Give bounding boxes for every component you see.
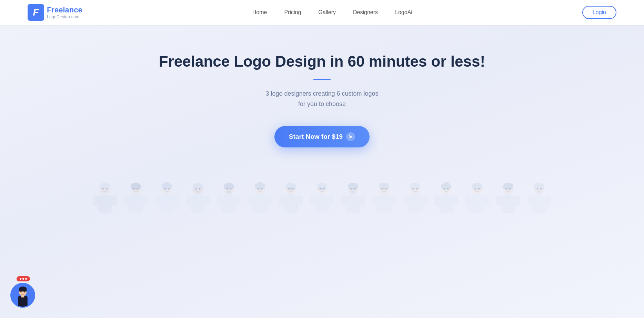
svg-rect-87 bbox=[439, 195, 453, 213]
svg-rect-20 bbox=[155, 195, 160, 206]
chat-dot-1 bbox=[20, 278, 21, 280]
person-icon bbox=[213, 182, 244, 230]
svg-rect-27 bbox=[186, 195, 191, 206]
svg-rect-43 bbox=[248, 195, 253, 206]
cta-button[interactable]: Start Now for $19 ➤ bbox=[274, 126, 370, 147]
svg-point-24 bbox=[193, 183, 203, 190]
nav-item-designers[interactable]: Designers bbox=[353, 9, 378, 16]
nav-item-pricing[interactable]: Pricing bbox=[284, 9, 301, 16]
chat-dot-3 bbox=[25, 278, 27, 280]
svg-point-32 bbox=[226, 188, 228, 190]
svg-point-34 bbox=[226, 191, 232, 194]
hero-subtitle: 3 logo designers creating 6 custom logos… bbox=[7, 88, 637, 109]
svg-point-82 bbox=[410, 183, 420, 190]
svg-rect-93 bbox=[434, 195, 440, 206]
svg-point-67 bbox=[348, 183, 358, 190]
hero-section: Freelance Logo Design in 60 minutes or l… bbox=[0, 25, 644, 318]
svg-point-2 bbox=[100, 183, 110, 190]
svg-point-106 bbox=[509, 188, 511, 190]
svg-rect-120 bbox=[18, 296, 27, 307]
navbar: F Freelance LogoDesign.com Home Pricing … bbox=[0, 0, 644, 25]
svg-point-9 bbox=[131, 183, 141, 190]
person-icon bbox=[369, 182, 400, 230]
designer-figure bbox=[369, 182, 400, 230]
logo[interactable]: F Freelance LogoDesign.com bbox=[28, 4, 82, 21]
svg-rect-63 bbox=[310, 195, 315, 206]
logo-brand: Freelance bbox=[47, 6, 82, 15]
svg-rect-45 bbox=[283, 195, 298, 213]
svg-point-99 bbox=[478, 188, 480, 190]
svg-rect-73 bbox=[376, 195, 391, 213]
svg-rect-80 bbox=[407, 195, 422, 213]
svg-rect-71 bbox=[341, 195, 346, 206]
designer-figure bbox=[120, 182, 151, 230]
svg-point-49 bbox=[292, 188, 293, 190]
svg-rect-14 bbox=[159, 195, 174, 213]
hero-title: Freelance Logo Design in 60 minutes or l… bbox=[7, 52, 637, 71]
svg-point-111 bbox=[534, 183, 544, 190]
svg-rect-95 bbox=[470, 195, 484, 213]
svg-rect-22 bbox=[190, 195, 205, 213]
svg-point-39 bbox=[255, 183, 265, 190]
svg-point-104 bbox=[503, 183, 513, 190]
svg-rect-94 bbox=[453, 195, 458, 206]
designer-figure bbox=[338, 182, 369, 230]
designer-figure bbox=[306, 182, 338, 230]
designer-figure bbox=[182, 182, 213, 230]
designer-figure bbox=[89, 182, 120, 230]
svg-point-26 bbox=[199, 188, 200, 190]
svg-rect-115 bbox=[527, 195, 533, 206]
svg-rect-5 bbox=[93, 195, 98, 206]
svg-rect-54 bbox=[298, 195, 303, 206]
svg-point-41 bbox=[257, 188, 259, 190]
person-icon bbox=[306, 182, 338, 230]
svg-rect-13 bbox=[142, 195, 148, 206]
svg-rect-109 bbox=[532, 195, 546, 213]
designer-figure bbox=[151, 182, 182, 230]
svg-rect-55 bbox=[314, 195, 329, 213]
svg-point-98 bbox=[474, 188, 476, 190]
person-icon bbox=[244, 182, 275, 230]
svg-point-47 bbox=[286, 183, 296, 190]
svg-rect-7 bbox=[128, 195, 143, 213]
svg-rect-44 bbox=[266, 195, 272, 206]
chat-dot-2 bbox=[22, 278, 24, 280]
chat-avatar-image bbox=[12, 286, 33, 307]
svg-rect-100 bbox=[465, 195, 471, 206]
svg-point-114 bbox=[536, 191, 542, 194]
person-icon bbox=[493, 182, 524, 230]
svg-point-42 bbox=[261, 188, 262, 190]
svg-rect-116 bbox=[546, 195, 551, 206]
nav-item-logoai[interactable]: LogoAi bbox=[395, 9, 412, 16]
person-icon bbox=[431, 182, 462, 230]
login-button[interactable]: Login bbox=[582, 6, 616, 19]
svg-point-16 bbox=[162, 183, 172, 190]
svg-rect-0 bbox=[97, 195, 112, 213]
svg-point-92 bbox=[447, 188, 449, 190]
svg-rect-29 bbox=[221, 195, 236, 213]
person-icon bbox=[400, 182, 431, 230]
svg-point-122 bbox=[20, 291, 21, 292]
chat-bubble-indicator bbox=[17, 276, 30, 281]
svg-rect-101 bbox=[484, 195, 489, 206]
svg-rect-121 bbox=[21, 296, 24, 297]
svg-point-77 bbox=[385, 188, 386, 190]
svg-point-19 bbox=[168, 188, 169, 190]
cta-label: Start Now for $19 bbox=[289, 133, 343, 141]
designer-figure bbox=[524, 182, 555, 230]
svg-point-76 bbox=[381, 188, 383, 190]
person-icon bbox=[462, 182, 493, 230]
svg-point-91 bbox=[443, 188, 445, 190]
svg-point-83 bbox=[412, 188, 414, 190]
nav-item-gallery[interactable]: Gallery bbox=[318, 9, 336, 16]
svg-point-31 bbox=[224, 183, 234, 190]
svg-point-123 bbox=[24, 291, 25, 292]
svg-point-59 bbox=[323, 188, 324, 190]
svg-point-68 bbox=[350, 188, 352, 190]
chat-avatar[interactable] bbox=[10, 283, 35, 308]
nav-item-home[interactable]: Home bbox=[252, 9, 267, 16]
person-icon bbox=[338, 182, 369, 230]
svg-rect-107 bbox=[496, 195, 502, 206]
chat-widget[interactable] bbox=[10, 276, 35, 308]
svg-rect-36 bbox=[235, 195, 241, 206]
